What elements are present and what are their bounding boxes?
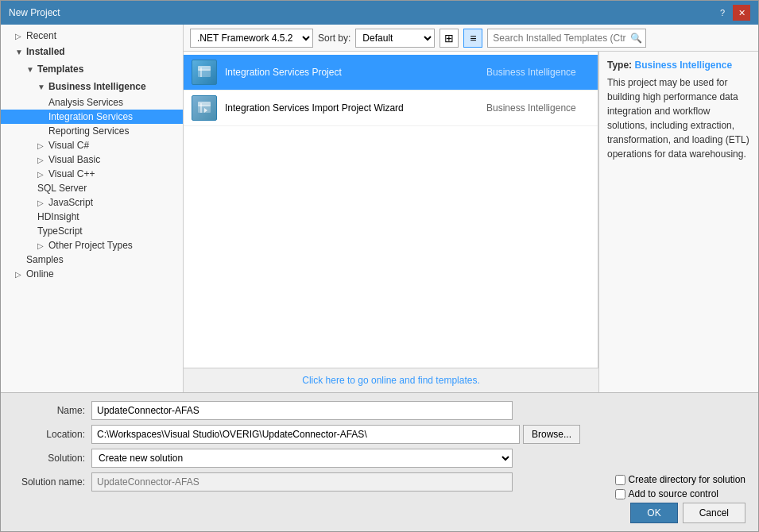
template-icon-integration-services bbox=[192, 60, 217, 85]
sidebar-item-installed[interactable]: ▼ Installed bbox=[1, 43, 183, 60]
sidebar: ▷ Recent ▼ Installed ▼ Templates ▼ Busin… bbox=[1, 25, 184, 392]
cancel-button[interactable]: Cancel bbox=[683, 503, 745, 523]
create-directory-label: Create directory for solution bbox=[629, 474, 745, 485]
expand-online-icon: ▷ bbox=[15, 270, 23, 279]
online-link-anchor[interactable]: Click here to go online and find templat… bbox=[302, 375, 479, 386]
online-link[interactable]: Click here to go online and find templat… bbox=[184, 368, 598, 392]
ok-button[interactable]: OK bbox=[630, 503, 677, 523]
add-source-control-checkbox[interactable] bbox=[615, 489, 625, 499]
close-button[interactable]: ✕ bbox=[733, 5, 750, 21]
template-name-1: Integration Services Project bbox=[225, 67, 478, 78]
sidebar-item-templates[interactable]: ▼ Templates bbox=[1, 60, 183, 78]
sidebar-item-visual-csharp[interactable]: ▷ Visual C# bbox=[1, 138, 183, 152]
expand-installed-icon: ▼ bbox=[15, 48, 23, 56]
svg-rect-1 bbox=[198, 66, 211, 71]
form-area: Name: Location: Browse... Solution: Crea… bbox=[1, 392, 758, 531]
search-icon: 🔍 bbox=[630, 33, 642, 44]
sidebar-item-integration-services[interactable]: Integration Services bbox=[1, 110, 183, 124]
add-source-control-checkbox-row[interactable]: Add to source control bbox=[615, 488, 745, 499]
description-panel: Type: Business Intelligence This project… bbox=[599, 52, 758, 392]
template-name-2: Integration Services Import Project Wiza… bbox=[225, 102, 478, 114]
solution-row: Solution: Create new solution bbox=[14, 449, 745, 468]
dialog-title: New Project bbox=[9, 7, 60, 18]
template-item[interactable]: Integration Services Project Business In… bbox=[184, 55, 598, 91]
sidebar-item-typescript[interactable]: TypeScript bbox=[1, 224, 183, 238]
button-row: OK Cancel bbox=[14, 503, 745, 523]
sidebar-item-hdinsight[interactable]: HDInsight bbox=[1, 210, 183, 224]
create-directory-checkbox-row[interactable]: Create directory for solution bbox=[615, 474, 745, 485]
expand-vbasic-icon: ▷ bbox=[37, 156, 45, 164]
name-label: Name: bbox=[14, 405, 85, 416]
sidebar-item-javascript[interactable]: ▷ JavaScript bbox=[1, 195, 183, 210]
name-input[interactable] bbox=[91, 401, 513, 420]
grid-view-button[interactable]: ⊞ bbox=[440, 29, 459, 48]
description-text: This project may be used for building hi… bbox=[607, 75, 750, 161]
location-label: Location: bbox=[14, 429, 85, 440]
solution-name-input[interactable] bbox=[91, 472, 513, 492]
help-button[interactable]: ? bbox=[714, 5, 731, 21]
expand-bi-icon: ▼ bbox=[37, 83, 45, 91]
search-input[interactable] bbox=[487, 29, 646, 48]
sort-label: Sort by: bbox=[318, 33, 350, 44]
sidebar-item-business-intelligence[interactable]: ▼ Business Intelligence bbox=[1, 78, 183, 95]
solution-name-label: Solution name: bbox=[14, 476, 85, 488]
sidebar-item-recent[interactable]: ▷ Recent bbox=[1, 29, 183, 43]
expand-vcpp-icon: ▷ bbox=[37, 170, 45, 179]
expand-vcsharp-icon: ▷ bbox=[37, 141, 45, 150]
solution-name-row: Solution name: bbox=[14, 472, 602, 492]
sidebar-item-reporting-services[interactable]: Reporting Services bbox=[1, 124, 183, 138]
template-item[interactable]: Integration Services Import Project Wiza… bbox=[184, 91, 598, 126]
location-input[interactable] bbox=[91, 425, 520, 444]
expand-templates-icon: ▼ bbox=[26, 65, 34, 74]
sidebar-item-sql-server[interactable]: SQL Server bbox=[1, 181, 183, 195]
name-row: Name: bbox=[14, 401, 745, 420]
sidebar-item-visual-basic[interactable]: ▷ Visual Basic bbox=[1, 152, 183, 167]
create-directory-checkbox[interactable] bbox=[615, 475, 625, 485]
toolbar: .NET Framework 4.5.2 Sort by: Default ⊞ … bbox=[184, 25, 758, 52]
template-category-1: Business Intelligence bbox=[486, 67, 590, 78]
solution-label: Solution: bbox=[14, 453, 85, 464]
description-type: Type: Business Intelligence bbox=[607, 60, 750, 71]
sidebar-item-visual-cpp[interactable]: ▷ Visual C++ bbox=[1, 167, 183, 181]
list-view-button[interactable]: ≡ bbox=[463, 29, 482, 48]
expand-recent-icon: ▷ bbox=[15, 32, 23, 40]
location-row: Location: Browse... bbox=[14, 425, 745, 444]
framework-select[interactable]: .NET Framework 4.5.2 bbox=[190, 29, 313, 48]
expand-other-icon: ▷ bbox=[37, 241, 45, 250]
template-icon-import-wizard bbox=[192, 95, 217, 121]
sidebar-item-other-project-types[interactable]: ▷ Other Project Types bbox=[1, 238, 183, 253]
sidebar-item-online[interactable]: ▷ Online bbox=[1, 267, 183, 281]
svg-rect-4 bbox=[198, 102, 211, 106]
sort-select[interactable]: Default bbox=[355, 29, 435, 48]
sidebar-item-samples[interactable]: Samples bbox=[1, 253, 183, 267]
sidebar-item-analysis-services[interactable]: Analysis Services bbox=[1, 95, 183, 110]
solution-select[interactable]: Create new solution bbox=[91, 449, 513, 468]
add-source-control-label: Add to source control bbox=[629, 488, 718, 499]
template-category-2: Business Intelligence bbox=[486, 102, 590, 114]
browse-button[interactable]: Browse... bbox=[523, 425, 580, 444]
template-list: Integration Services Project Business In… bbox=[184, 52, 598, 368]
expand-js-icon: ▷ bbox=[37, 199, 45, 207]
